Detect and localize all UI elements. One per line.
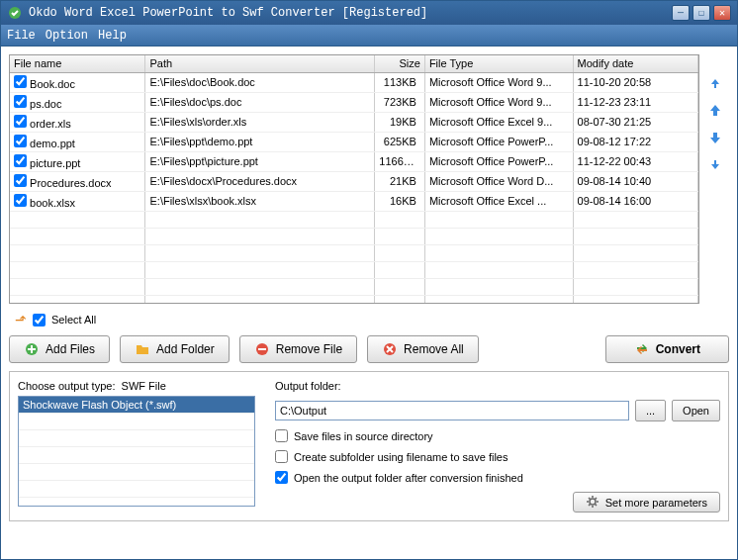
output-folder-label: Output folder:: [275, 380, 720, 392]
row-checkbox[interactable]: [14, 194, 27, 207]
save-source-checkbox[interactable]: [275, 429, 288, 442]
move-up-button[interactable]: [705, 100, 725, 120]
table-row[interactable]: [10, 244, 698, 261]
output-panel: Choose output type: SWF File Shockwave F…: [9, 371, 729, 521]
row-checkbox[interactable]: [14, 115, 27, 128]
row-checkbox[interactable]: [14, 135, 27, 147]
col-size[interactable]: Size: [375, 55, 425, 72]
gear-icon: [586, 495, 600, 511]
col-filename[interactable]: File name: [10, 55, 145, 72]
create-subfolder-label: Create subfolder using filename to save …: [294, 451, 507, 463]
remove-all-icon: [382, 341, 398, 357]
table-row[interactable]: Book.docE:\Files\doc\Book.doc113KBMicros…: [10, 72, 698, 92]
row-checkbox[interactable]: [14, 75, 27, 88]
file-table[interactable]: File name Path Size File Type Modify dat…: [9, 54, 699, 304]
minus-icon: [254, 341, 270, 357]
choose-type-value: SWF File: [122, 380, 166, 392]
table-row[interactable]: ps.docE:\Files\doc\ps.doc723KBMicrosoft …: [10, 92, 698, 112]
row-checkbox[interactable]: [14, 154, 27, 167]
save-source-label: Save files in source directory: [294, 430, 433, 442]
col-type[interactable]: File Type: [424, 55, 573, 72]
table-row[interactable]: [10, 228, 698, 244]
remove-file-button[interactable]: Remove File: [239, 335, 357, 363]
menu-option[interactable]: Option: [46, 29, 88, 43]
content-area: File name Path Size File Type Modify dat…: [1, 47, 737, 559]
folder-up-icon[interactable]: ⬏: [15, 312, 27, 327]
create-subfolder-checkbox[interactable]: [275, 450, 288, 463]
col-date[interactable]: Modify date: [573, 55, 697, 72]
app-icon: [7, 5, 23, 21]
set-parameters-button[interactable]: Set more parameters: [573, 492, 720, 513]
title-bar: Okdo Word Excel PowerPoint to Swf Conver…: [1, 1, 737, 25]
add-files-button[interactable]: Add Files: [9, 335, 110, 363]
menu-bar: File Option Help: [1, 25, 737, 47]
add-folder-button[interactable]: Add Folder: [120, 335, 230, 363]
row-checkbox[interactable]: [14, 174, 27, 187]
convert-button[interactable]: Convert: [605, 335, 729, 363]
app-window: Okdo Word Excel PowerPoint to Swf Conver…: [0, 0, 738, 560]
open-after-label: Open the output folder after conversion …: [294, 472, 523, 484]
table-row[interactable]: [10, 295, 698, 304]
select-all-checkbox[interactable]: [33, 314, 46, 327]
svg-point-4: [590, 499, 596, 505]
window-title: Okdo Word Excel PowerPoint to Swf Conver…: [29, 6, 672, 20]
table-row[interactable]: order.xlsE:\Files\xls\order.xls19KBMicro…: [10, 112, 698, 132]
table-row[interactable]: [10, 278, 698, 295]
table-row[interactable]: demo.pptE:\Files\ppt\demo.ppt625KBMicros…: [10, 132, 698, 151]
table-row[interactable]: book.xlsxE:\Files\xlsx\book.xlsx16KBMicr…: [10, 191, 698, 211]
convert-icon: [634, 341, 650, 357]
move-top-button[interactable]: [705, 72, 725, 92]
open-folder-button[interactable]: Open: [672, 400, 720, 421]
plus-icon: [24, 341, 40, 357]
select-all-label: Select All: [51, 314, 96, 326]
output-type-list[interactable]: Shockwave Flash Object (*.swf): [18, 396, 255, 507]
browse-button[interactable]: ...: [635, 400, 666, 421]
output-type-option[interactable]: Shockwave Flash Object (*.swf): [19, 397, 254, 414]
row-checkbox[interactable]: [14, 95, 27, 108]
minimize-button[interactable]: ─: [672, 5, 690, 21]
move-bottom-button[interactable]: [705, 155, 725, 175]
table-row[interactable]: picture.pptE:\Files\ppt\picture.ppt1166K…: [10, 151, 698, 171]
table-row[interactable]: [10, 211, 698, 228]
remove-all-button[interactable]: Remove All: [367, 335, 479, 363]
menu-file[interactable]: File: [7, 29, 36, 43]
close-button[interactable]: ✕: [713, 5, 731, 21]
table-row[interactable]: Procedures.docxE:\Files\docx\Procedures.…: [10, 171, 698, 191]
move-down-button[interactable]: [705, 128, 725, 147]
folder-icon: [135, 341, 150, 357]
open-after-checkbox[interactable]: [275, 471, 288, 484]
menu-help[interactable]: Help: [98, 29, 127, 43]
col-path[interactable]: Path: [145, 55, 375, 72]
output-folder-input[interactable]: [275, 401, 629, 420]
maximize-button[interactable]: ☐: [692, 5, 710, 21]
table-row[interactable]: [10, 261, 698, 278]
choose-type-label: Choose output type:: [18, 380, 115, 392]
